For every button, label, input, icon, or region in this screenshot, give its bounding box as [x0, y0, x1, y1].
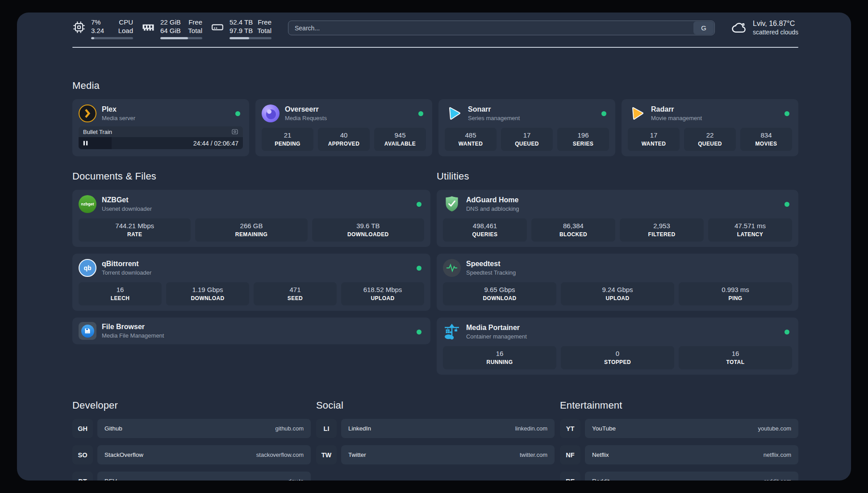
link-youtube[interactable]: YT YouTubeyoutube.com [560, 419, 798, 438]
card-title: File Browser [102, 322, 164, 331]
link-name: LinkedIn [348, 425, 371, 432]
app-card-plex[interactable]: Plex Media server Bullet Train [72, 99, 249, 156]
nzbget-icon: nzbget [79, 195, 96, 213]
link-name: Reddit [592, 478, 609, 480]
stat-box: 47.571 msLATENCY [708, 218, 792, 242]
link-name: Github [104, 425, 122, 432]
top-bar: 7%CPU 3.24Load 22 GiBFree 64 GiBTotal [72, 18, 798, 41]
playback-progress-bar: 24:44 / 02:06:47 [79, 137, 243, 149]
app-card-speedtest[interactable]: Speedtest Speedtest Tracking 9.65 GbpsDO… [437, 254, 798, 311]
plex-icon [79, 104, 96, 122]
section-media: Media Plex Media server [72, 80, 798, 156]
stat-box: 618.52 MbpsUPLOAD [341, 282, 424, 305]
link-name: DEV [104, 478, 117, 480]
link-twitter[interactable]: TW Twittertwitter.com [316, 445, 555, 464]
netflix-icon: NF [560, 445, 580, 464]
memory-usage-widget: 22 GiBFree 64 GiBTotal [142, 18, 202, 39]
stat-box: 39.6 TBDOWNLOADED [312, 218, 424, 242]
stat-box: 498,461QUERIES [443, 218, 527, 242]
status-dot [785, 330, 789, 334]
github-icon: GH [72, 419, 93, 438]
app-card-sonarr[interactable]: Sonarr Series management 485WANTED 17QUE… [438, 99, 615, 156]
card-subtitle: Movie management [651, 114, 702, 122]
stat-box: 16LEECH [79, 282, 162, 305]
status-dot [235, 111, 240, 116]
cpu-load-label: Load [118, 26, 133, 35]
card-subtitle: Usenet downloader [102, 205, 152, 213]
app-card-overseerr[interactable]: Overseerr Media Requests 21PENDING 40APP… [255, 99, 432, 156]
linkedin-icon: LI [316, 419, 337, 438]
memory-free-label: Free [188, 18, 202, 26]
stat-box: 17QUEUED [501, 128, 553, 151]
cpu-icon [72, 21, 86, 34]
section-title-documents: Documents & Files [72, 171, 430, 182]
section-title-developer: Developer [72, 400, 311, 411]
session-screen-icon[interactable] [231, 128, 238, 135]
section-documents-files: Documents & Files nzbget NZBGet Usenet d… [72, 171, 430, 344]
plex-now-playing: Bullet Train 24:44 / 02:06:47 [79, 126, 243, 149]
link-dev[interactable]: DT DEVdev.to [72, 472, 311, 480]
card-title: Media Portainer [466, 323, 527, 332]
section-social: Social LI LinkedInlinkedin.com TW Twitte… [316, 400, 555, 472]
link-github[interactable]: GH Githubgithub.com [72, 419, 311, 438]
stat-box: 22QUEUED [684, 128, 736, 151]
link-linkedin[interactable]: LI LinkedInlinkedin.com [316, 419, 555, 438]
card-subtitle: Speedtest Tracking [466, 269, 516, 276]
link-name: YouTube [592, 425, 616, 432]
pause-icon[interactable] [83, 140, 88, 146]
app-card-radarr[interactable]: Radarr Movie management 17WANTED 22QUEUE… [622, 99, 798, 156]
link-netflix[interactable]: NF Netflixnetflix.com [560, 445, 798, 464]
app-card-nzbget[interactable]: nzbget NZBGet Usenet downloader 744.21 M… [72, 190, 430, 247]
adguard-icon [443, 195, 461, 213]
weather-widget: Lviv, 16.87°C scattered clouds [731, 19, 798, 36]
section-title-utilities: Utilities [437, 171, 798, 182]
card-subtitle: Series management [468, 114, 520, 122]
section-title-entertainment: Entertainment [560, 400, 798, 411]
disk-progress-bar [230, 37, 271, 39]
stat-box: 17WANTED [628, 128, 680, 151]
app-card-qbittorrent[interactable]: qb qBittorrent Torrent downloader 16LEEC… [72, 254, 430, 311]
stat-box: 834MOVIES [740, 128, 792, 151]
card-title: Sonarr [468, 105, 520, 114]
status-dot [417, 266, 421, 271]
disk-total-label: Total [257, 26, 271, 35]
stat-box: 16RUNNING [443, 346, 556, 369]
dashboard-page: 7%CPU 3.24Load 22 GiBFree 64 GiBTotal [17, 13, 851, 480]
card-title: AdGuard Home [466, 196, 519, 205]
memory-progress-bar [160, 37, 202, 39]
cpu-progress-bar [91, 37, 133, 39]
stat-box: 2,953FILTERED [620, 218, 704, 242]
status-dot [785, 111, 789, 116]
stat-box: 86,384BLOCKED [531, 218, 615, 242]
card-subtitle: DNS and adblocking [466, 205, 519, 213]
stat-box: 21PENDING [262, 128, 313, 151]
app-card-filebrowser[interactable]: File Browser Media File Management [72, 318, 430, 344]
stat-box: 0.993 msPING [679, 282, 792, 305]
twitter-icon: TW [316, 445, 337, 464]
search-engine-button[interactable]: G [693, 21, 714, 34]
app-card-portainer[interactable]: Media Portainer Container management 16R… [437, 318, 798, 375]
stat-box: 744.21 MbpsRATE [79, 218, 191, 242]
section-title-social: Social [316, 400, 555, 411]
search-input[interactable] [288, 21, 715, 35]
youtube-icon: YT [560, 419, 580, 438]
search-bar: G [288, 21, 715, 35]
card-subtitle: Container management [466, 333, 527, 340]
stat-box: 945AVAILABLE [374, 128, 426, 151]
header-divider [72, 47, 798, 48]
app-card-adguard[interactable]: AdGuard Home DNS and adblocking 498,461Q… [437, 190, 798, 247]
stat-box: 1.19 GbpsDOWNLOAD [166, 282, 249, 305]
card-title: NZBGet [102, 196, 152, 205]
link-stackoverflow[interactable]: SO StackOverflowstackoverflow.com [72, 445, 311, 464]
link-url: dev.to [288, 478, 304, 480]
card-subtitle: Media File Management [102, 332, 164, 339]
link-reddit[interactable]: RE Redditreddit.com [560, 472, 798, 480]
cpu-load-value: 3.24 [91, 26, 104, 35]
weather-condition: scattered clouds [753, 28, 798, 36]
section-title-media: Media [72, 80, 798, 92]
reddit-icon: RE [560, 472, 580, 480]
cpu-label: CPU [119, 18, 133, 26]
card-subtitle: Media server [102, 114, 135, 122]
section-utilities: Utilities [437, 171, 798, 375]
stat-box: 196SERIES [557, 128, 609, 151]
